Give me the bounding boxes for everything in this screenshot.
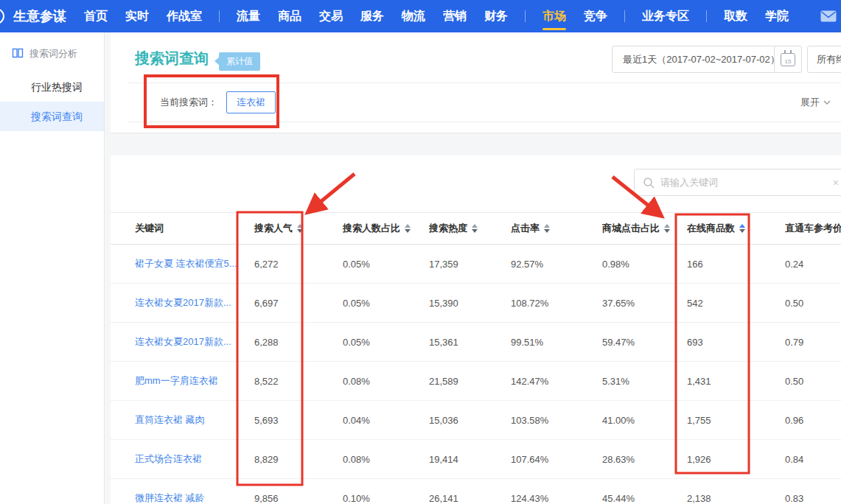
column-header-ppc-reference-price[interactable]: 直通车参考价	[785, 222, 841, 235]
cell-mall-click-ratio: 37.65%	[602, 298, 687, 309]
calendar-button[interactable]: 15	[774, 46, 802, 73]
top-nav: 生意参谋 首页 实时 作战室 流量 商品 交易 服务 物流 营销 财务 市场 竞…	[0, 0, 841, 32]
cell-online-products: 1,926	[687, 454, 785, 465]
nav-item-data-extract[interactable]: 取数	[715, 0, 756, 32]
cell-mall-click-ratio: 59.47%	[602, 337, 687, 348]
nav-item-finance[interactable]: 财务	[475, 0, 517, 32]
cell-online-products: 166	[687, 259, 785, 270]
cell-online-products: 542	[687, 298, 785, 309]
chevron-down-icon	[823, 100, 831, 105]
column-header-search-heat[interactable]: 搜索热度	[429, 222, 511, 235]
cell-ppc-reference-price: 0.84	[785, 454, 841, 465]
cell-searcher-ratio: 0.04%	[343, 415, 429, 426]
nav-item-traffic[interactable]: 流量	[228, 0, 269, 32]
cell-search-popularity: 8,522	[254, 376, 343, 387]
nav-item-logistics[interactable]: 物流	[393, 0, 434, 32]
page-header: 搜索词查询 累计值 最近1天（2017-07-02~2017-07-02） 15…	[111, 32, 841, 133]
cell-search-heat: 15,390	[429, 298, 511, 309]
keyword-search-input[interactable]	[660, 177, 827, 188]
table-row: 连衣裙女夏2017新款... 6,288 0.05% 15,361 99.51%…	[111, 323, 841, 362]
nav-item-service[interactable]: 服务	[352, 0, 393, 32]
cell-searcher-ratio: 0.05%	[343, 337, 429, 348]
nav-item-home[interactable]: 首页	[75, 0, 116, 32]
cell-search-heat: 26,141	[429, 493, 511, 504]
app-logo[interactable]: 生意参谋	[13, 7, 66, 25]
nav-item-business-zone[interactable]: 业务专区	[633, 0, 698, 32]
sort-icon[interactable]	[297, 224, 303, 233]
keyword-link[interactable]: 正式场合连衣裙	[135, 452, 202, 466]
sidebar-item-search-word-query[interactable]: 搜索词查询	[0, 102, 104, 131]
cell-search-popularity: 6,272	[254, 259, 343, 270]
cell-searcher-ratio: 0.08%	[343, 376, 429, 387]
nav-item-academy[interactable]: 学院	[756, 0, 798, 32]
table-row: 肥mm一字肩连衣裙 8,522 0.08% 21,589 142.47% 5.3…	[111, 362, 841, 401]
table-row: 正式场合连衣裙 8,829 0.08% 19,414 107.64% 28.63…	[111, 440, 841, 479]
nav-item-realtime[interactable]: 实时	[116, 0, 158, 32]
calendar-icon: 15	[781, 53, 795, 66]
table-row: 连衣裙女夏2017新款... 6,697 0.05% 15,390 108.72…	[111, 284, 841, 323]
nav-item-market[interactable]: 市场	[534, 0, 575, 32]
cell-ppc-reference-price: 0.24	[785, 259, 841, 270]
keyword-link[interactable]: 直筒连衣裙 藏肉	[135, 413, 205, 427]
keyword-search-box: ×	[634, 169, 841, 196]
nav-items: 首页 实时 作战室 流量 商品 交易 服务 物流 营销 财务 市场 竞争 业务专…	[75, 0, 798, 32]
nav-item-trade[interactable]: 交易	[310, 0, 352, 32]
keyword-link[interactable]: 连衣裙女夏2017新款...	[135, 296, 231, 309]
nav-item-marketing[interactable]: 营销	[434, 0, 475, 32]
column-header-keyword: 关键词	[135, 222, 254, 235]
cell-search-popularity: 9,856	[254, 493, 343, 504]
cell-ppc-reference-price: 0.79	[785, 337, 841, 348]
cell-mall-click-ratio: 41.00%	[602, 415, 687, 426]
current-search-term-chip[interactable]: 连衣裙	[226, 91, 276, 113]
nav-divider	[219, 10, 220, 22]
cell-search-heat: 21,589	[429, 376, 511, 387]
keyword-link[interactable]: 连衣裙女夏2017新款...	[135, 335, 231, 349]
sidebar-item-industry-hot-words[interactable]: 行业热搜词	[0, 72, 104, 102]
page-title: 搜索词查询	[135, 49, 209, 69]
cell-search-popularity: 6,288	[254, 337, 343, 348]
date-range-selector[interactable]: 最近1天（2017-07-02~2017-07-02）	[612, 46, 791, 73]
column-header-online-products[interactable]: 在线商品数	[687, 222, 785, 235]
cell-click-rate: 124.43%	[511, 493, 602, 504]
sort-icon[interactable]	[405, 224, 411, 233]
cell-click-rate: 142.47%	[511, 376, 602, 387]
cell-ppc-reference-price: 0.83	[785, 493, 841, 504]
cell-online-products: 1,431	[687, 376, 785, 387]
sort-icon[interactable]	[664, 224, 670, 233]
nav-item-products[interactable]: 商品	[269, 0, 310, 32]
cell-ppc-reference-price: 0.50	[785, 376, 841, 387]
column-header-click-rate[interactable]: 点击率	[511, 222, 602, 235]
cell-online-products: 693	[687, 337, 785, 348]
column-header-searcher-ratio[interactable]: 搜索人数占比	[343, 222, 429, 235]
keyword-link[interactable]: 裙子女夏 连衣裙便宜5...	[135, 257, 237, 270]
cell-ppc-reference-price: 0.96	[785, 415, 841, 426]
cell-search-popularity: 6,697	[254, 298, 343, 309]
cell-search-heat: 15,036	[429, 415, 511, 426]
book-icon	[12, 48, 24, 60]
keyword-link[interactable]: 肥mm一字肩连衣裙	[135, 374, 218, 388]
nav-divider	[624, 10, 625, 22]
keyword-link[interactable]: 微胖连衣裙 减龄	[135, 491, 205, 504]
column-header-search-popularity[interactable]: 搜索人气	[254, 222, 343, 235]
cell-mall-click-ratio: 45.44%	[602, 493, 687, 504]
cell-search-heat: 19,414	[429, 454, 511, 465]
column-header-mall-click-ratio[interactable]: 商城点击占比	[602, 222, 687, 235]
logo-icon	[0, 8, 4, 24]
cell-search-heat: 15,361	[429, 337, 511, 348]
sort-icon[interactable]	[544, 224, 550, 233]
cell-online-products: 2,138	[687, 493, 785, 504]
date-range-label: 最近1天（2017-07-02~2017-07-02）	[623, 53, 780, 66]
cell-searcher-ratio: 0.08%	[343, 454, 429, 465]
sort-icon[interactable]	[739, 224, 745, 233]
terminal-filter-selector[interactable]: 所有终端	[807, 46, 841, 73]
cell-searcher-ratio: 0.05%	[343, 259, 429, 270]
table-header-row: 关键词 搜索人气 搜索人数占比 搜索热度 点击率	[111, 212, 841, 245]
nav-item-competition[interactable]: 竞争	[575, 0, 616, 32]
terminal-filter-label: 所有终端	[817, 53, 841, 66]
sort-icon[interactable]	[472, 224, 478, 233]
table-row: 裙子女夏 连衣裙便宜5... 6,272 0.05% 17,359 92.57%…	[111, 245, 841, 284]
expand-toggle[interactable]: 展开	[800, 96, 831, 109]
mail-icon[interactable]	[820, 10, 837, 22]
nav-item-war-room[interactable]: 作战室	[158, 0, 211, 32]
clear-search-icon[interactable]: ×	[833, 177, 839, 189]
